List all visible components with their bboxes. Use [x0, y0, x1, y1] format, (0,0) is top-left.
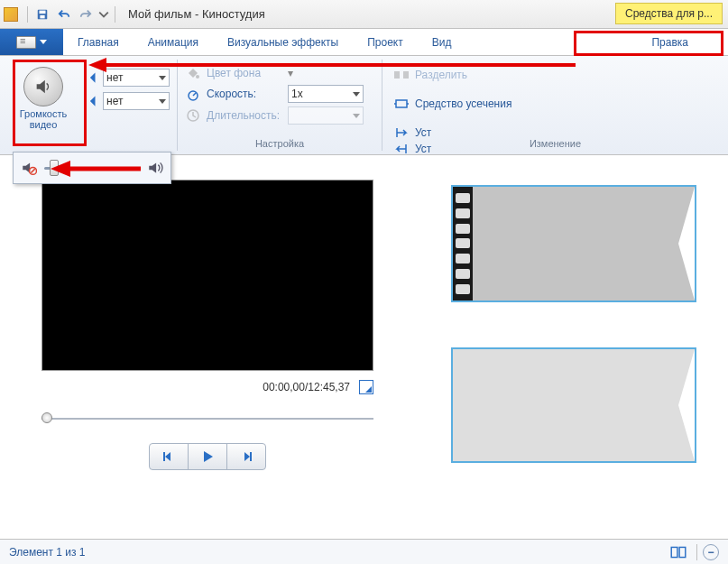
video-volume-button[interactable]: Громкость видео	[7, 61, 79, 130]
duration-combo	[288, 106, 364, 125]
tab-project[interactable]: Проект	[353, 29, 418, 55]
timecode-text: 00:00,00/12:45,37	[263, 381, 350, 393]
undo-icon[interactable]	[55, 5, 73, 23]
file-menu-button[interactable]	[0, 29, 63, 55]
tab-effects[interactable]: Визуальные эффекты	[213, 29, 353, 55]
status-item-count: Элемент 1 из 1	[9, 546, 86, 559]
svg-point-3	[196, 75, 199, 79]
zoom-out-button[interactable]: −	[703, 544, 719, 560]
svg-rect-2	[40, 14, 44, 18]
speaker-max-icon	[147, 160, 163, 176]
video-preview	[41, 180, 373, 371]
status-bar: Элемент 1 из 1 −	[0, 539, 728, 564]
tab-main[interactable]: Главная	[63, 29, 134, 55]
speaker-icon	[23, 67, 63, 106]
film-strip-icon	[453, 187, 473, 300]
speed-icon	[185, 86, 201, 102]
playback-controls	[41, 443, 373, 470]
fade-out-value: нет	[106, 95, 123, 107]
contextual-tools-tab[interactable]: Средства для р...	[615, 3, 723, 24]
separator	[27, 6, 28, 23]
annotation-arrow-1	[88, 56, 576, 74]
view-mode-icon[interactable]	[669, 543, 687, 561]
timeline-clip-1[interactable]	[451, 185, 696, 302]
tab-view[interactable]: Вид	[418, 29, 466, 55]
dropdown-icon	[353, 92, 360, 97]
tab-animation[interactable]: Анимация	[134, 29, 213, 55]
fade-out-combo[interactable]: нет	[103, 92, 170, 110]
seek-thumb[interactable]	[41, 412, 52, 423]
window-title: Мой фильм - Киностудия	[128, 7, 265, 21]
dropdown-icon	[159, 76, 166, 80]
svg-rect-1	[40, 10, 46, 14]
video-volume-label: Громкость видео	[7, 108, 79, 130]
duration-label: Длительность:	[207, 109, 282, 122]
svg-rect-12	[671, 547, 677, 557]
svg-rect-13	[679, 547, 686, 557]
fullscreen-icon[interactable]	[359, 380, 373, 394]
svg-marker-17	[51, 161, 70, 177]
qat-dropdown-icon[interactable]	[98, 5, 109, 23]
save-icon[interactable]	[33, 5, 51, 23]
clock-icon	[185, 107, 201, 124]
dropdown-icon	[159, 99, 166, 104]
dropdown-icon	[353, 114, 360, 118]
separator	[115, 6, 115, 23]
tab-edit[interactable]: Правка	[612, 29, 728, 55]
svg-rect-11	[250, 452, 252, 461]
titlebar: Мой фильм - Киностудия Средства для р...	[0, 0, 728, 29]
play-button[interactable]	[188, 443, 227, 470]
mute-icon[interactable]	[21, 160, 37, 176]
group-label-settings: Настройка	[178, 138, 382, 149]
group-label-change: Изменение	[382, 138, 728, 149]
annotation-arrow-2	[51, 159, 141, 179]
trim-tool-label: Средство усечения	[415, 97, 511, 110]
seek-bar[interactable]	[41, 416, 373, 421]
redo-icon[interactable]	[77, 5, 95, 23]
dropdown-icon	[40, 40, 47, 44]
timeline-pane	[433, 158, 728, 537]
next-frame-button[interactable]	[226, 443, 266, 470]
app-icon	[4, 7, 18, 22]
trim-tool-button[interactable]: Средство усечения	[393, 97, 511, 110]
content-area: 00:00,00/12:45,37	[0, 158, 728, 537]
svg-rect-10	[163, 452, 165, 461]
speed-combo[interactable]: 1x	[288, 85, 364, 103]
file-icon	[16, 36, 36, 49]
prev-frame-button[interactable]	[149, 443, 189, 470]
ribbon-tabs: Главная Анимация Визуальные эффекты Прое…	[0, 29, 728, 56]
set-start-label: Уст	[415, 126, 431, 139]
svg-rect-8	[396, 100, 407, 107]
timeline-clip-2[interactable]	[451, 347, 696, 463]
set-start-button[interactable]: Уст	[393, 126, 431, 139]
speed-label: Скорость:	[207, 88, 282, 100]
preview-pane: 00:00,00/12:45,37	[0, 158, 433, 537]
speed-value: 1x	[291, 88, 303, 100]
svg-marker-15	[88, 58, 106, 72]
fade-out-icon	[83, 93, 99, 109]
